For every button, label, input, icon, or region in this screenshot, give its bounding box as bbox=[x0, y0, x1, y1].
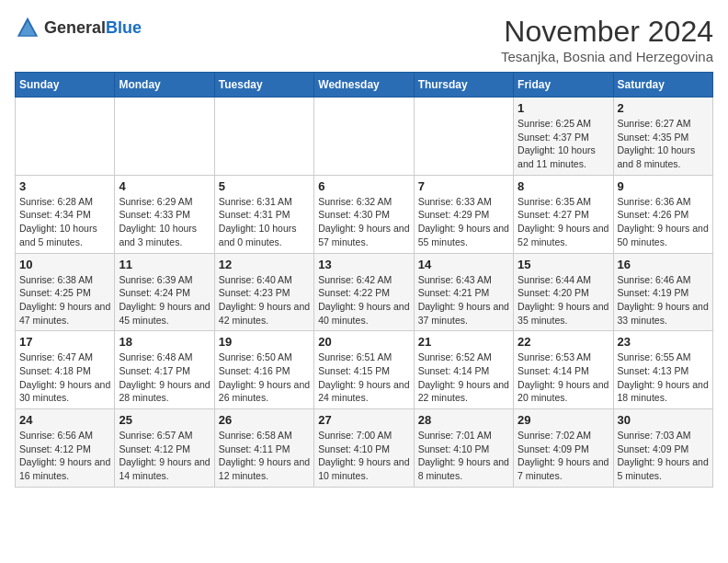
day-info: Sunrise: 6:32 AMSunset: 4:30 PMDaylight:… bbox=[318, 195, 409, 249]
calendar-cell: 4Sunrise: 6:29 AMSunset: 4:33 PMDaylight… bbox=[115, 175, 214, 253]
day-number: 15 bbox=[518, 258, 609, 271]
day-info: Sunrise: 6:47 AMSunset: 4:18 PMDaylight:… bbox=[19, 350, 110, 405]
day-number: 20 bbox=[318, 335, 409, 349]
day-info: Sunrise: 6:58 AMSunset: 4:11 PMDaylight:… bbox=[219, 429, 310, 483]
logo-icon bbox=[15, 15, 40, 40]
calendar-cell: 23Sunrise: 6:55 AMSunset: 4:13 PMDayligh… bbox=[613, 331, 712, 409]
calendar-cell: 3Sunrise: 6:28 AMSunset: 4:34 PMDaylight… bbox=[16, 175, 115, 253]
day-info: Sunrise: 7:01 AMSunset: 4:10 PMDaylight:… bbox=[418, 429, 509, 483]
day-info: Sunrise: 6:40 AMSunset: 4:23 PMDaylight:… bbox=[219, 273, 310, 327]
calendar-cell: 16Sunrise: 6:46 AMSunset: 4:19 PMDayligh… bbox=[613, 253, 712, 331]
week-row-5: 24Sunrise: 6:56 AMSunset: 4:12 PMDayligh… bbox=[16, 409, 713, 488]
day-info: Sunrise: 6:35 AMSunset: 4:27 PMDaylight:… bbox=[518, 195, 609, 249]
calendar-header: SundayMondayTuesdayWednesdayThursdayFrid… bbox=[16, 73, 713, 98]
day-number: 11 bbox=[119, 258, 210, 271]
day-number: 8 bbox=[518, 179, 609, 193]
day-info: Sunrise: 6:52 AMSunset: 4:14 PMDaylight:… bbox=[418, 350, 509, 405]
calendar-cell: 8Sunrise: 6:35 AMSunset: 4:27 PMDaylight… bbox=[514, 175, 613, 253]
day-info: Sunrise: 7:02 AMSunset: 4:09 PMDaylight:… bbox=[518, 429, 609, 483]
day-info: Sunrise: 6:43 AMSunset: 4:21 PMDaylight:… bbox=[418, 273, 509, 327]
day-number: 5 bbox=[219, 179, 310, 193]
page-title: November 2024 bbox=[501, 15, 713, 49]
day-info: Sunrise: 6:50 AMSunset: 4:16 PMDaylight:… bbox=[219, 350, 310, 405]
day-info: Sunrise: 6:48 AMSunset: 4:17 PMDaylight:… bbox=[119, 350, 210, 405]
calendar-cell: 24Sunrise: 6:56 AMSunset: 4:12 PMDayligh… bbox=[16, 409, 115, 488]
calendar-cell bbox=[16, 98, 115, 176]
calendar-cell: 19Sunrise: 6:50 AMSunset: 4:16 PMDayligh… bbox=[214, 331, 313, 409]
header: GeneralBlue November 2024 Tesanjka, Bosn… bbox=[15, 15, 713, 64]
header-day-saturday: Saturday bbox=[613, 73, 712, 98]
day-info: Sunrise: 6:55 AMSunset: 4:13 PMDaylight:… bbox=[618, 350, 709, 405]
day-number: 19 bbox=[219, 335, 310, 349]
day-number: 7 bbox=[418, 179, 509, 193]
day-number: 29 bbox=[518, 413, 609, 427]
day-number: 30 bbox=[618, 413, 709, 427]
calendar-cell bbox=[314, 98, 414, 176]
day-info: Sunrise: 6:51 AMSunset: 4:15 PMDaylight:… bbox=[318, 350, 409, 405]
day-number: 13 bbox=[318, 258, 409, 271]
day-info: Sunrise: 6:42 AMSunset: 4:22 PMDaylight:… bbox=[318, 273, 409, 327]
logo-general: General bbox=[44, 18, 106, 37]
day-number: 21 bbox=[418, 335, 509, 349]
calendar-cell: 6Sunrise: 6:32 AMSunset: 4:30 PMDaylight… bbox=[314, 175, 414, 253]
day-number: 22 bbox=[518, 335, 609, 349]
calendar-cell: 22Sunrise: 6:53 AMSunset: 4:14 PMDayligh… bbox=[514, 331, 613, 409]
day-number: 23 bbox=[618, 335, 709, 349]
calendar-cell: 20Sunrise: 6:51 AMSunset: 4:15 PMDayligh… bbox=[314, 331, 414, 409]
calendar-cell: 13Sunrise: 6:42 AMSunset: 4:22 PMDayligh… bbox=[314, 253, 414, 331]
calendar-cell: 12Sunrise: 6:40 AMSunset: 4:23 PMDayligh… bbox=[214, 253, 313, 331]
day-info: Sunrise: 6:46 AMSunset: 4:19 PMDaylight:… bbox=[618, 273, 709, 327]
day-info: Sunrise: 6:53 AMSunset: 4:14 PMDaylight:… bbox=[518, 350, 609, 405]
day-number: 24 bbox=[19, 413, 110, 427]
title-area: November 2024 Tesanjka, Bosnia and Herze… bbox=[501, 15, 713, 64]
calendar-cell: 30Sunrise: 7:03 AMSunset: 4:09 PMDayligh… bbox=[613, 409, 712, 488]
calendar-cell: 11Sunrise: 6:39 AMSunset: 4:24 PMDayligh… bbox=[115, 253, 214, 331]
week-row-3: 10Sunrise: 6:38 AMSunset: 4:25 PMDayligh… bbox=[16, 253, 713, 331]
day-number: 27 bbox=[318, 413, 409, 427]
header-day-monday: Monday bbox=[115, 73, 214, 98]
calendar-cell: 7Sunrise: 6:33 AMSunset: 4:29 PMDaylight… bbox=[414, 175, 513, 253]
calendar-cell: 15Sunrise: 6:44 AMSunset: 4:20 PMDayligh… bbox=[514, 253, 613, 331]
calendar-cell: 5Sunrise: 6:31 AMSunset: 4:31 PMDaylight… bbox=[214, 175, 313, 253]
day-number: 28 bbox=[418, 413, 509, 427]
day-number: 2 bbox=[618, 101, 709, 115]
calendar-cell: 25Sunrise: 6:57 AMSunset: 4:12 PMDayligh… bbox=[115, 409, 214, 488]
calendar-cell bbox=[414, 98, 513, 176]
day-info: Sunrise: 6:33 AMSunset: 4:29 PMDaylight:… bbox=[418, 195, 509, 249]
day-info: Sunrise: 7:00 AMSunset: 4:10 PMDaylight:… bbox=[318, 429, 409, 483]
day-number: 26 bbox=[219, 413, 310, 427]
calendar-cell: 10Sunrise: 6:38 AMSunset: 4:25 PMDayligh… bbox=[16, 253, 115, 331]
calendar-cell: 1Sunrise: 6:25 AMSunset: 4:37 PMDaylight… bbox=[514, 98, 613, 176]
header-day-wednesday: Wednesday bbox=[314, 73, 414, 98]
day-number: 17 bbox=[19, 335, 110, 349]
calendar-cell: 14Sunrise: 6:43 AMSunset: 4:21 PMDayligh… bbox=[414, 253, 513, 331]
day-number: 3 bbox=[19, 179, 110, 193]
day-info: Sunrise: 6:28 AMSunset: 4:34 PMDaylight:… bbox=[19, 195, 110, 249]
week-row-4: 17Sunrise: 6:47 AMSunset: 4:18 PMDayligh… bbox=[16, 331, 713, 409]
day-info: Sunrise: 6:44 AMSunset: 4:20 PMDaylight:… bbox=[518, 273, 609, 327]
calendar-cell bbox=[115, 98, 214, 176]
day-number: 1 bbox=[518, 101, 609, 115]
header-day-tuesday: Tuesday bbox=[214, 73, 313, 98]
calendar-table: SundayMondayTuesdayWednesdayThursdayFrid… bbox=[15, 72, 713, 488]
week-row-1: 1Sunrise: 6:25 AMSunset: 4:37 PMDaylight… bbox=[16, 98, 713, 176]
calendar-cell: 9Sunrise: 6:36 AMSunset: 4:26 PMDaylight… bbox=[613, 175, 712, 253]
day-info: Sunrise: 6:39 AMSunset: 4:24 PMDaylight:… bbox=[119, 273, 210, 327]
day-number: 6 bbox=[318, 179, 409, 193]
calendar-cell: 27Sunrise: 7:00 AMSunset: 4:10 PMDayligh… bbox=[314, 409, 414, 488]
calendar-cell: 2Sunrise: 6:27 AMSunset: 4:35 PMDaylight… bbox=[613, 98, 712, 176]
calendar-cell: 28Sunrise: 7:01 AMSunset: 4:10 PMDayligh… bbox=[414, 409, 513, 488]
day-info: Sunrise: 7:03 AMSunset: 4:09 PMDaylight:… bbox=[618, 429, 709, 483]
calendar-cell: 29Sunrise: 7:02 AMSunset: 4:09 PMDayligh… bbox=[514, 409, 613, 488]
logo-blue: Blue bbox=[106, 18, 142, 37]
header-day-sunday: Sunday bbox=[16, 73, 115, 98]
day-info: Sunrise: 6:38 AMSunset: 4:25 PMDaylight:… bbox=[19, 273, 110, 327]
calendar-cell: 26Sunrise: 6:58 AMSunset: 4:11 PMDayligh… bbox=[214, 409, 313, 488]
day-info: Sunrise: 6:29 AMSunset: 4:33 PMDaylight:… bbox=[119, 195, 210, 249]
header-row: SundayMondayTuesdayWednesdayThursdayFrid… bbox=[16, 73, 713, 98]
day-info: Sunrise: 6:36 AMSunset: 4:26 PMDaylight:… bbox=[618, 195, 709, 249]
day-info: Sunrise: 6:56 AMSunset: 4:12 PMDaylight:… bbox=[19, 429, 110, 483]
week-row-2: 3Sunrise: 6:28 AMSunset: 4:34 PMDaylight… bbox=[16, 175, 713, 253]
day-number: 10 bbox=[19, 258, 110, 271]
calendar-cell: 18Sunrise: 6:48 AMSunset: 4:17 PMDayligh… bbox=[115, 331, 214, 409]
